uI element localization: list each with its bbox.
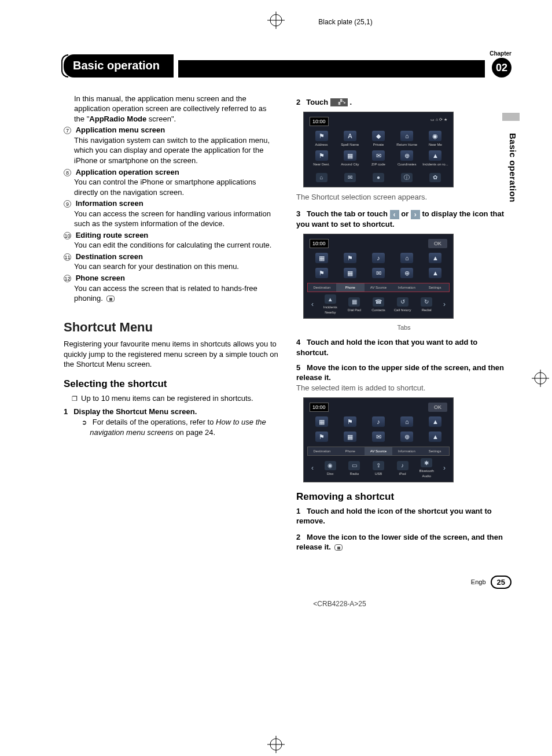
chapter-label: Chapter (490, 50, 511, 58)
tab-phone[interactable]: Phone (336, 447, 365, 455)
home-icon[interactable]: ⌂ (400, 131, 413, 141)
icon[interactable]: ▦ (344, 268, 356, 278)
step5-text: Move the icon to the upper side of the s… (296, 363, 504, 382)
item-7: 7 Application menu screen This navigatio… (64, 125, 279, 165)
crop-mark-right (532, 370, 549, 387)
city-icon[interactable]: ▦ (344, 150, 356, 161)
step3-a: Touch the tab or touch (307, 209, 389, 218)
disc-icon[interactable]: ◉ (325, 461, 336, 470)
bluetooth-icon[interactable]: ✱ (421, 458, 432, 467)
tab-information[interactable]: Information (392, 447, 421, 455)
tab-destination[interactable]: Destination (308, 283, 336, 292)
scr3-ok-button[interactable]: OK (428, 403, 447, 412)
icon[interactable]: ▲ (429, 416, 441, 427)
item-9: 9 Information screen You can access the … (64, 198, 279, 229)
info-bar-icon[interactable]: ⓘ (401, 173, 413, 182)
step-number: 2 (296, 533, 300, 541)
radio-icon[interactable]: ▭ (348, 461, 360, 470)
icon[interactable]: ♪ (372, 253, 385, 263)
icon[interactable]: ⚑ (315, 432, 328, 442)
icon[interactable]: ⊕ (400, 268, 413, 278)
zip-icon[interactable]: ✉ (372, 150, 385, 161)
icon[interactable]: ⚑ (344, 416, 356, 427)
item-title: Phone screen (76, 274, 125, 282)
tab-phone[interactable]: Phone (336, 283, 365, 292)
tab-avsource[interactable]: AV Source (365, 283, 393, 292)
icon[interactable]: ▲ (429, 253, 441, 263)
ref-b: on page 24. (174, 428, 215, 437)
apps-bar-icon[interactable]: ● (373, 173, 384, 182)
icon[interactable]: ⌂ (400, 416, 413, 427)
icon[interactable]: ⌂ (400, 253, 413, 263)
item-10: 10 Editing route screen You can edit the… (64, 230, 279, 250)
tab-avsource[interactable]: AV Source (365, 447, 393, 455)
icon[interactable]: ♪ (372, 416, 385, 427)
incidents-icon[interactable]: ▲ (429, 150, 441, 161)
scroll-right-icon[interactable]: › (439, 463, 450, 473)
icon[interactable]: ▦ (315, 253, 328, 263)
tab-destination[interactable]: Destination (308, 447, 336, 455)
item-title: Application operation screen (76, 168, 179, 176)
scr2-ok-button[interactable]: OK (428, 239, 447, 248)
tab-information[interactable]: Information (392, 283, 421, 292)
abc-icon[interactable]: A (344, 131, 356, 141)
step-number: 3 (296, 209, 300, 218)
icon[interactable]: ▦ (344, 432, 356, 442)
ipod-icon[interactable]: ♪ (397, 461, 409, 470)
route-bar-icon[interactable]: ✉ (344, 173, 356, 182)
header-bar (178, 60, 485, 78)
neardest-icon[interactable]: ⚑ (315, 150, 328, 161)
step5-note: The selected item is added to shortcut. (296, 383, 511, 393)
step-number: 4 (296, 338, 300, 346)
scroll-left-icon[interactable]: ‹ (307, 300, 318, 309)
scr1-cell: ⊕Coordinates (393, 150, 421, 167)
scr3-time: 10:00 (310, 403, 329, 412)
chevron-left-icon[interactable]: ‹ (390, 210, 399, 219)
screenshot-added: 10:00 OK ▦ ⚑ ♪ ⌂ ▲ ⚑ ▦ ✉ ⊕ ▲ (303, 397, 454, 482)
item-title: Information screen (76, 199, 143, 208)
scroll-left-icon[interactable]: ‹ (307, 463, 318, 473)
icon[interactable]: ⚑ (344, 253, 356, 263)
crop-mark-top (267, 12, 285, 29)
icon[interactable]: ⚑ (315, 268, 328, 278)
tab-settings[interactable]: Settings (421, 283, 449, 292)
footer-lang: Engb (471, 578, 486, 587)
icon[interactable]: ✉ (372, 268, 385, 278)
header: Basic operation Chapter 02 (64, 50, 511, 78)
step-1: 1 Display the Shortcut Menu screen. For … (64, 407, 279, 437)
rstep-1: 1 Touch and hold the icon of the shortcu… (296, 506, 511, 526)
item-body: You can access the screen that is relate… (64, 283, 279, 304)
icon[interactable]: ▦ (315, 416, 328, 427)
scr1-cell: ▲Incidents on ro... (421, 150, 450, 167)
step-2-tail: . (350, 98, 352, 106)
scroll-right-icon[interactable]: › (439, 300, 450, 309)
side-tab-gray (502, 113, 520, 121)
icon[interactable]: ✉ (372, 432, 385, 442)
footer-page-number: 25 (491, 576, 511, 589)
step-1-title: Display the Shortcut Menu screen. (73, 407, 279, 417)
icon[interactable]: ⊕ (400, 432, 413, 442)
scr1-cell: ⚑Near Dest. (307, 150, 336, 167)
chevron-right-icon[interactable]: › (411, 210, 420, 219)
private-icon[interactable]: ◆ (372, 131, 385, 141)
scr1-cell: ◆Private (364, 131, 392, 147)
home-bar-icon[interactable]: ⌂ (316, 173, 327, 182)
note-bullet: Up to 10 menu items can be registered in… (64, 393, 279, 404)
icon[interactable]: ▲ (429, 432, 441, 442)
tab-settings[interactable]: Settings (421, 447, 449, 455)
settings-bar-icon[interactable]: ✿ (429, 173, 441, 182)
icon[interactable]: ▲ (429, 268, 441, 278)
history-icon[interactable]: ↺ (397, 297, 409, 307)
screenshot-tabs: 10:00 OK ▦ ⚑ ♪ ⌂ ▲ ⚑ ▦ ✉ ⊕ ▲ (303, 234, 454, 318)
left-column: In this manual, the application menu scr… (64, 94, 279, 552)
right-column: 2 Touch ▞↘ . 10:00 ▭ ⌂ ⟳ ★ ⚑Address ASpe… (296, 94, 511, 552)
coords-icon[interactable]: ⊕ (400, 150, 413, 161)
dialpad-icon[interactable]: ▦ (348, 297, 360, 307)
circled-number: 7 (64, 127, 71, 134)
nearme-icon[interactable]: ◉ (429, 131, 441, 141)
redial-icon[interactable]: ↻ (421, 297, 432, 307)
flag-icon[interactable]: ⚑ (315, 131, 328, 141)
incidents-icon[interactable]: ▲ (325, 294, 336, 304)
contacts-icon[interactable]: ☎ (373, 297, 384, 307)
usb-icon[interactable]: ⇪ (373, 461, 384, 470)
